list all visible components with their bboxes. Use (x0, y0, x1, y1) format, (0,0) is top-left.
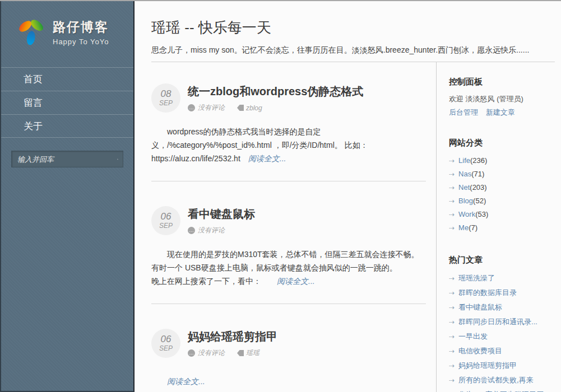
welcome-text: 欢迎 淡淡怒风 (管理员) (449, 94, 555, 104)
post-head: 08 SEP 统一zblog和wordpress伪静态格式 … 没有评论 zbl… (151, 83, 426, 113)
hot-article-item: ⇢瑶瑶洗澡了 (449, 271, 555, 286)
post-date-month: SEP (159, 99, 173, 107)
new-post-link[interactable]: 新建文章 (486, 108, 515, 116)
comment-count[interactable]: 没有评论 (198, 226, 225, 235)
search-box (11, 151, 123, 167)
hot-article-item: ⇢一早出发 (449, 329, 555, 344)
post-item: 06 SEP 看中键盘鼠标 … 没有评论 现在使用的是罗技的M310T套装，总体… (151, 206, 426, 288)
arrow-icon: ⇢ (449, 289, 455, 297)
arrow-icon: ⇢ (449, 157, 455, 165)
comment-icon: … (188, 349, 195, 357)
hot-article-link[interactable]: 妈妈给瑶瑶剪指甲 (458, 361, 517, 370)
nav-item-about[interactable]: 关于 (1, 114, 133, 138)
category-list: ⇢Life(236) ⇢Nas(71) ⇢Net(203) ⇢Blog(52) … (449, 154, 555, 235)
arrow-icon: ⇢ (449, 224, 455, 232)
category-item: ⇢Work(53) (449, 208, 555, 221)
hot-article-item: ⇢所有的尝试都失败,再来 (449, 373, 555, 388)
hot-article-link[interactable]: 电信收费项目 (458, 347, 502, 355)
arrow-icon: ⇢ (449, 197, 455, 205)
main-content: 瑶瑶 -- 快乐每一天 思念儿子，miss my son。记忆不会淡忘，往事历历… (135, 1, 561, 392)
hot-article-item: ⇢群晖的数据库目录 (449, 286, 555, 300)
category-count: (52) (473, 197, 486, 205)
category-link[interactable]: Blog (458, 197, 473, 205)
site-logo[interactable]: 路仔博客 Happy To YoYo (1, 1, 133, 48)
post-head-right: 看中键盘鼠标 … 没有评论 (188, 206, 255, 235)
post-excerpt: 现在使用的是罗技的M310T套装，总体不错，但隔三差五就会连接不畅。有时一个 U… (151, 248, 426, 288)
post-date-day: 06 (161, 334, 171, 344)
logo-subtitle: Happy To YoYo (53, 38, 109, 46)
arrow-icon: ⇢ (449, 274, 455, 282)
post-tag[interactable]: zblog (246, 104, 262, 112)
hot-article-item: ⇢电信收费项目 (449, 344, 555, 358)
post-tag[interactable]: 瑶瑶 (246, 348, 259, 358)
hot-article-list: ⇢瑶瑶洗澡了 ⇢群晖的数据库目录 ⇢看中键盘鼠标 ⇢群晖同步日历和通讯录... … (449, 271, 555, 392)
hot-article-item: ⇢看中键盘鼠标 (449, 300, 555, 315)
hot-article-link[interactable]: 群晖同步日历和通讯录... (458, 318, 537, 326)
post-date-month: SEP (159, 344, 173, 352)
hot-article-link[interactable]: 看中键盘鼠标 (458, 303, 502, 311)
post-meta: … 没有评论 zblog (188, 103, 363, 113)
post-item: 08 SEP 统一zblog和wordpress伪静态格式 … 没有评论 zbl… (151, 83, 426, 165)
category-link[interactable]: Me (458, 223, 469, 232)
post-date-day: 08 (161, 89, 171, 99)
arrow-icon: ⇢ (449, 170, 455, 178)
category-count: (7) (469, 223, 477, 232)
blog-title: 瑶瑶 -- 快乐每一天 (151, 18, 555, 38)
admin-link[interactable]: 后台管理 (449, 108, 478, 116)
read-more-link[interactable]: 阅读全文... (248, 154, 286, 163)
post-head-right: 妈妈给瑶瑶剪指甲 … 没有评论 瑶瑶 (188, 329, 277, 358)
post-date-badge: 06 SEP (151, 206, 180, 235)
comment-count[interactable]: 没有评论 (198, 103, 225, 113)
arrow-icon: ⇢ (449, 304, 455, 311)
category-item: ⇢Me(7) (449, 221, 555, 235)
nav-item-home[interactable]: 首页 (1, 67, 133, 91)
comment-count[interactable]: 没有评论 (198, 348, 225, 358)
arrow-icon: ⇢ (449, 184, 455, 192)
hot-article-link[interactable]: 一早出发 (458, 332, 488, 340)
post-date-month: SEP (159, 222, 173, 230)
post-list: 08 SEP 统一zblog和wordpress伪静态格式 … 没有评论 zbl… (151, 62, 436, 392)
arrow-icon: ⇢ (449, 333, 455, 340)
control-panel-title: 控制面板 (449, 77, 555, 87)
hot-article-link[interactable]: 所有的尝试都失败,再来 (458, 376, 534, 384)
post-meta: … 没有评论 (188, 226, 255, 235)
post-date-badge: 08 SEP (151, 83, 180, 113)
hot-article-item: ⇢群晖同步日历和通讯录... (449, 315, 555, 329)
category-link[interactable]: Net (458, 183, 470, 192)
category-item: ⇢Nas(71) (449, 167, 555, 181)
tag-icon (237, 350, 244, 356)
post-date-day: 06 (161, 212, 171, 222)
logo-y-icon (16, 16, 48, 48)
tag-icon (237, 105, 244, 111)
post-title[interactable]: 统一zblog和wordpress伪静态格式 (188, 84, 363, 99)
post-excerpt: 阅读全文... (151, 375, 426, 388)
read-more-link[interactable]: 阅读全文... (277, 277, 315, 286)
comment-icon: … (188, 104, 195, 111)
category-count: (53) (475, 210, 488, 218)
post-title[interactable]: 看中键盘鼠标 (188, 207, 255, 222)
category-link[interactable]: Life (458, 156, 470, 165)
blog-subtitle: 思念儿子，miss my son。记忆不会淡忘，往事历历在目。淡淡怒风.bree… (151, 45, 555, 55)
post-excerpt: wordpress的伪静态格式我当时选择的是自定义，/%category%/%p… (151, 125, 426, 165)
comment-icon: … (188, 227, 195, 234)
search-icon[interactable] (117, 155, 118, 164)
category-link[interactable]: Work (458, 210, 475, 218)
hot-article-item: ⇢妈妈给瑶瑶剪指甲 (449, 358, 555, 373)
hot-article-link[interactable]: 群晖的数据库目录 (458, 288, 517, 297)
search-input[interactable] (17, 155, 117, 164)
category-count: (203) (470, 183, 486, 192)
hot-article-item: ⇢华为p10完美同步群晖日历 (449, 388, 555, 392)
nav-item-messages[interactable]: 留言 (1, 91, 133, 114)
post-item: 06 SEP 妈妈给瑶瑶剪指甲 … 没有评论 瑶瑶 (151, 329, 426, 388)
post-head: 06 SEP 看中键盘鼠标 … 没有评论 (151, 206, 426, 235)
arrow-icon: ⇢ (449, 376, 455, 384)
post-title[interactable]: 妈妈给瑶瑶剪指甲 (188, 329, 277, 344)
read-more-link[interactable]: 阅读全文... (167, 377, 205, 386)
arrow-icon: ⇢ (449, 347, 455, 355)
hot-article-link[interactable]: 瑶瑶洗澡了 (458, 274, 495, 282)
right-sidebar: 控制面板 欢迎 淡淡怒风 (管理员) 后台管理 新建文章 网站分类 ⇢Life(… (436, 62, 555, 392)
category-link[interactable]: Nas (458, 170, 471, 178)
arrow-icon: ⇢ (449, 211, 455, 218)
sidebar-nav: 首页 留言 关于 (1, 67, 133, 138)
post-meta: … 没有评论 瑶瑶 (188, 348, 277, 358)
